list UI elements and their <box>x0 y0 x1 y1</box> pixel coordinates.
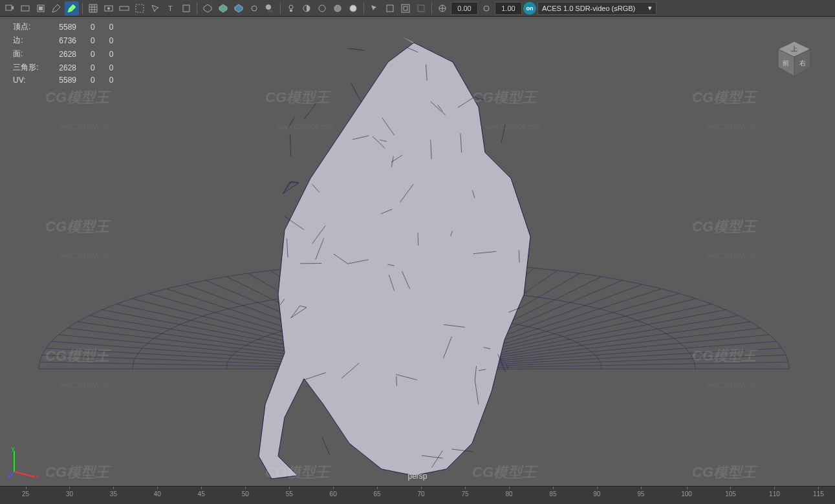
stats-row: 边:673600 <box>6 34 120 47</box>
svg-text:上: 上 <box>791 45 797 52</box>
svg-text:y: y <box>12 446 15 452</box>
film-back-icon[interactable] <box>18 1 32 16</box>
timeline-tick: 85 <box>549 490 556 498</box>
view-b-icon[interactable] <box>179 1 193 16</box>
svg-point-12 <box>268 10 273 12</box>
xray-icon[interactable] <box>414 1 428 16</box>
stats-row: 三角形:262800 <box>6 61 120 74</box>
colorspace-on-toggle[interactable]: on <box>523 2 536 15</box>
viewport[interactable]: 顶点:558900边:673600面:262800三角形:262800UV:55… <box>0 17 835 486</box>
colorspace-label: ACES 1.0 SDR-video (sRGB) <box>542 5 635 12</box>
svg-rect-20 <box>404 6 407 10</box>
timeline-tick: 70 <box>418 490 425 498</box>
view-t-icon[interactable]: T <box>164 1 178 16</box>
timeline-tick: 40 <box>154 490 161 498</box>
svg-text:z: z <box>8 472 11 478</box>
separator <box>197 3 197 14</box>
svg-point-13 <box>289 5 293 9</box>
svg-line-28 <box>14 472 35 477</box>
timeline-tick: 30 <box>66 490 73 498</box>
svg-rect-0 <box>6 5 12 10</box>
timeline-tick: 100 <box>681 490 692 498</box>
separator <box>82 3 83 14</box>
pencil-icon[interactable] <box>49 1 63 16</box>
exposure-icon[interactable] <box>435 1 450 16</box>
separator <box>363 3 364 14</box>
model-canvas[interactable] <box>0 17 835 486</box>
timeline-tick: 55 <box>286 490 293 498</box>
timeline-tick: 80 <box>505 490 512 498</box>
stats-row: UV:558900 <box>6 75 120 85</box>
svg-text:T: T <box>168 5 173 12</box>
svg-rect-6 <box>120 6 129 10</box>
svg-text:右: 右 <box>799 59 806 67</box>
svg-point-11 <box>266 5 271 10</box>
two-sided-icon[interactable] <box>299 1 314 16</box>
timeline-tick: 105 <box>725 490 736 498</box>
chevron-down-icon: ▾ <box>648 4 652 12</box>
svg-rect-7 <box>136 5 144 12</box>
svg-rect-21 <box>418 5 424 12</box>
axis-gizmo[interactable]: y x z <box>8 446 40 478</box>
svg-rect-1 <box>21 6 29 11</box>
timeline-track[interactable]: 2530354045505560657075808590951001051101… <box>0 487 835 504</box>
gate-mask-icon[interactable] <box>34 1 48 16</box>
stats-row: 顶点:558900 <box>6 21 120 33</box>
stats-row: 面:262800 <box>6 48 120 60</box>
svg-rect-9 <box>183 5 190 12</box>
shadows-icon[interactable] <box>263 1 277 16</box>
timeline-tick: 35 <box>110 490 117 498</box>
separator <box>280 3 281 14</box>
svg-point-15 <box>319 5 325 12</box>
timeline-tick: 50 <box>242 490 249 498</box>
timeline-tick: 65 <box>374 490 381 498</box>
isolate-box-icon[interactable] <box>383 1 397 16</box>
gamma-value[interactable]: 1.00 <box>495 2 522 15</box>
safe-area-icon[interactable] <box>133 1 147 16</box>
camera-label: persp <box>407 472 427 481</box>
svg-text:x: x <box>36 473 39 478</box>
resolution-gate-icon[interactable] <box>117 1 131 16</box>
view-cube[interactable]: 上 前 右 <box>772 36 817 81</box>
default-light-icon[interactable] <box>346 1 360 16</box>
grid-icon[interactable] <box>86 1 100 16</box>
svg-point-5 <box>107 7 110 10</box>
exposure-value[interactable]: 0.00 <box>451 2 478 15</box>
framerate-icon[interactable] <box>102 1 116 16</box>
wireframe-icon[interactable] <box>201 1 215 16</box>
timeline-tick: 60 <box>330 490 337 498</box>
no-light-icon[interactable] <box>315 1 329 16</box>
svg-rect-3 <box>39 6 43 10</box>
timeline-tick: 95 <box>637 490 644 498</box>
timeline-tick: 25 <box>22 490 29 498</box>
svg-rect-19 <box>402 5 409 12</box>
poly-stats-hud: 顶点:558900边:673600面:262800三角形:262800UV:55… <box>5 19 121 87</box>
main-toolbar: T 0.00 1.00 on ACES 1.0 SDR-video (sRGB)… <box>0 0 835 17</box>
gamma-icon[interactable] <box>479 1 493 16</box>
flat-light-icon[interactable] <box>331 1 345 16</box>
svg-rect-18 <box>387 5 393 12</box>
light-icon[interactable] <box>284 1 298 16</box>
select-icon[interactable] <box>148 1 162 16</box>
svg-point-17 <box>350 5 356 12</box>
separator <box>431 3 432 14</box>
smooth-shade-icon[interactable] <box>216 1 230 16</box>
colorspace-dropdown[interactable]: ACES 1.0 SDR-video (sRGB) ▾ <box>537 2 656 15</box>
svg-text:前: 前 <box>783 59 789 67</box>
timeline-tick: 90 <box>593 490 600 498</box>
timeline-tick: 75 <box>461 490 468 498</box>
isolate-cursor-icon[interactable] <box>367 1 382 16</box>
svg-point-10 <box>252 6 257 11</box>
camera-bookmark-icon[interactable] <box>3 1 17 16</box>
use-all-lights-icon[interactable] <box>247 1 261 16</box>
isolate-cage-icon[interactable] <box>398 1 413 16</box>
timeline-tick: 45 <box>198 490 205 498</box>
textured-icon[interactable] <box>232 1 246 16</box>
pencil-active-icon[interactable] <box>65 1 79 16</box>
svg-point-16 <box>334 5 341 12</box>
timeline-tick: 115 <box>813 490 824 498</box>
timeline[interactable]: 2530354045505560657075808590951001051101… <box>0 486 835 504</box>
timeline-tick: 110 <box>769 490 780 498</box>
